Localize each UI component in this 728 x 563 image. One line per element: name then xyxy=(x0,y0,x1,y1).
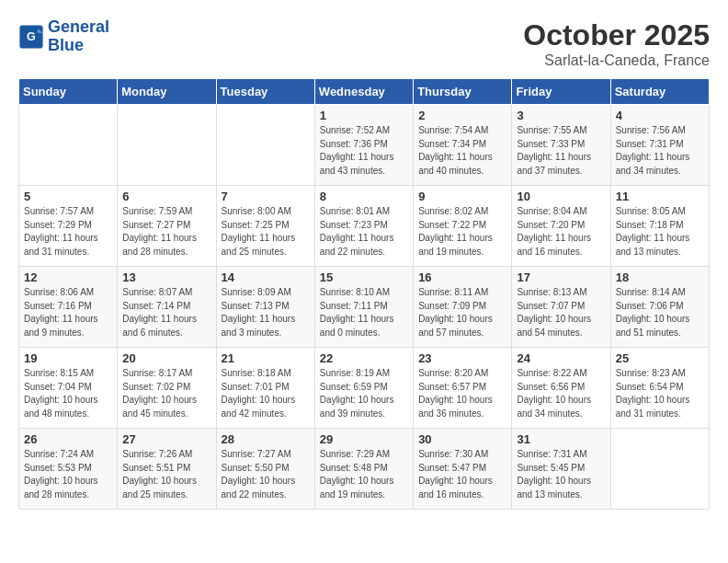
calendar-cell: 14Sunrise: 8:09 AM Sunset: 7:13 PM Dayli… xyxy=(216,267,314,348)
day-number: 7 xyxy=(222,190,310,203)
day-number: 24 xyxy=(517,351,605,365)
day-info: Sunrise: 8:18 AM Sunset: 7:01 PM Dayligh… xyxy=(222,367,310,420)
day-info: Sunrise: 8:10 AM Sunset: 7:11 PM Dayligh… xyxy=(320,286,408,339)
calendar-cell: 19Sunrise: 8:15 AM Sunset: 7:04 PM Dayli… xyxy=(19,348,118,429)
day-info: Sunrise: 8:07 AM Sunset: 7:14 PM Dayligh… xyxy=(122,286,210,339)
day-number: 23 xyxy=(418,351,506,365)
calendar-cell: 18Sunrise: 8:14 AM Sunset: 7:06 PM Dayli… xyxy=(610,267,709,348)
day-number: 8 xyxy=(320,190,408,203)
calendar-cell: 20Sunrise: 8:17 AM Sunset: 7:02 PM Dayli… xyxy=(118,348,216,429)
calendar-table: SundayMondayTuesdayWednesdayThursdayFrid… xyxy=(18,78,710,510)
day-info: Sunrise: 7:55 AM Sunset: 7:33 PM Dayligh… xyxy=(517,124,605,178)
day-number: 28 xyxy=(222,432,310,446)
day-info: Sunrise: 7:59 AM Sunset: 7:27 PM Dayligh… xyxy=(122,205,210,259)
day-number: 16 xyxy=(418,270,506,284)
calendar-cell: 8Sunrise: 8:01 AM Sunset: 7:23 PM Daylig… xyxy=(314,186,413,267)
calendar-cell: 7Sunrise: 8:00 AM Sunset: 7:25 PM Daylig… xyxy=(216,186,314,267)
calendar-cell: 23Sunrise: 8:20 AM Sunset: 6:57 PM Dayli… xyxy=(414,348,512,429)
day-number: 4 xyxy=(616,109,704,122)
day-info: Sunrise: 7:27 AM Sunset: 5:50 PM Dayligh… xyxy=(222,448,310,501)
day-number: 17 xyxy=(517,270,605,284)
calendar-cell xyxy=(118,105,216,186)
logo: G General Blue xyxy=(18,18,109,55)
calendar-cell: 29Sunrise: 7:29 AM Sunset: 5:48 PM Dayli… xyxy=(314,429,413,510)
day-number: 5 xyxy=(24,190,112,203)
day-info: Sunrise: 7:31 AM Sunset: 5:45 PM Dayligh… xyxy=(517,448,605,501)
calendar-cell: 1Sunrise: 7:52 AM Sunset: 7:36 PM Daylig… xyxy=(314,105,413,186)
logo-icon: G xyxy=(18,24,44,50)
day-info: Sunrise: 8:17 AM Sunset: 7:02 PM Dayligh… xyxy=(122,367,210,420)
day-info: Sunrise: 8:05 AM Sunset: 7:18 PM Dayligh… xyxy=(616,205,704,259)
svg-text:G: G xyxy=(27,30,36,43)
calendar-week-2: 5Sunrise: 7:57 AM Sunset: 7:29 PM Daylig… xyxy=(19,186,710,267)
logo-text: General Blue xyxy=(48,18,109,55)
calendar-header: SundayMondayTuesdayWednesdayThursdayFrid… xyxy=(19,79,710,105)
day-info: Sunrise: 8:00 AM Sunset: 7:25 PM Dayligh… xyxy=(222,205,310,259)
header-day-monday: Monday xyxy=(118,79,216,105)
day-number: 21 xyxy=(222,351,310,365)
day-info: Sunrise: 8:15 AM Sunset: 7:04 PM Dayligh… xyxy=(24,367,112,420)
day-info: Sunrise: 8:01 AM Sunset: 7:23 PM Dayligh… xyxy=(320,205,408,259)
calendar-cell: 13Sunrise: 8:07 AM Sunset: 7:14 PM Dayli… xyxy=(118,267,216,348)
calendar-cell: 27Sunrise: 7:26 AM Sunset: 5:51 PM Dayli… xyxy=(118,429,216,510)
day-info: Sunrise: 8:19 AM Sunset: 6:59 PM Dayligh… xyxy=(320,367,408,420)
day-info: Sunrise: 7:54 AM Sunset: 7:34 PM Dayligh… xyxy=(418,124,506,178)
calendar-cell: 31Sunrise: 7:31 AM Sunset: 5:45 PM Dayli… xyxy=(512,429,610,510)
day-number: 18 xyxy=(616,270,704,284)
day-info: Sunrise: 7:30 AM Sunset: 5:47 PM Dayligh… xyxy=(418,448,506,501)
day-number: 10 xyxy=(517,190,605,203)
calendar-cell: 6Sunrise: 7:59 AM Sunset: 7:27 PM Daylig… xyxy=(118,186,216,267)
calendar-cell: 17Sunrise: 8:13 AM Sunset: 7:07 PM Dayli… xyxy=(512,267,610,348)
calendar-week-1: 1Sunrise: 7:52 AM Sunset: 7:36 PM Daylig… xyxy=(19,105,710,186)
calendar-cell xyxy=(216,105,314,186)
day-number: 1 xyxy=(320,109,408,122)
day-number: 30 xyxy=(418,432,506,446)
day-number: 11 xyxy=(616,190,704,203)
day-number: 13 xyxy=(122,270,210,284)
calendar-week-4: 19Sunrise: 8:15 AM Sunset: 7:04 PM Dayli… xyxy=(19,348,710,429)
header-day-sunday: Sunday xyxy=(19,79,118,105)
calendar-cell: 9Sunrise: 8:02 AM Sunset: 7:22 PM Daylig… xyxy=(414,186,512,267)
calendar-cell: 10Sunrise: 8:04 AM Sunset: 7:20 PM Dayli… xyxy=(512,186,610,267)
day-number: 19 xyxy=(24,351,112,365)
calendar-week-5: 26Sunrise: 7:24 AM Sunset: 5:53 PM Dayli… xyxy=(19,429,710,510)
day-info: Sunrise: 8:09 AM Sunset: 7:13 PM Dayligh… xyxy=(222,286,310,339)
location: Sarlat-la-Caneda, France xyxy=(523,52,710,69)
day-info: Sunrise: 7:26 AM Sunset: 5:51 PM Dayligh… xyxy=(122,448,210,501)
day-number: 22 xyxy=(320,351,408,365)
day-info: Sunrise: 8:06 AM Sunset: 7:16 PM Dayligh… xyxy=(24,286,112,339)
day-number: 27 xyxy=(122,432,210,446)
day-info: Sunrise: 8:22 AM Sunset: 6:56 PM Dayligh… xyxy=(517,367,605,420)
day-info: Sunrise: 7:24 AM Sunset: 5:53 PM Dayligh… xyxy=(24,448,112,501)
calendar-cell: 15Sunrise: 8:10 AM Sunset: 7:11 PM Dayli… xyxy=(314,267,413,348)
page-header: G General Blue October 2025 Sarlat-la-Ca… xyxy=(18,18,710,69)
day-info: Sunrise: 7:29 AM Sunset: 5:48 PM Dayligh… xyxy=(320,448,408,501)
calendar-body: 1Sunrise: 7:52 AM Sunset: 7:36 PM Daylig… xyxy=(19,105,710,510)
day-number: 26 xyxy=(24,432,112,446)
calendar-cell: 3Sunrise: 7:55 AM Sunset: 7:33 PM Daylig… xyxy=(512,105,610,186)
calendar-cell: 22Sunrise: 8:19 AM Sunset: 6:59 PM Dayli… xyxy=(314,348,413,429)
day-info: Sunrise: 8:04 AM Sunset: 7:20 PM Dayligh… xyxy=(517,205,605,259)
day-info: Sunrise: 8:13 AM Sunset: 7:07 PM Dayligh… xyxy=(517,286,605,339)
day-number: 14 xyxy=(222,270,310,284)
day-info: Sunrise: 8:11 AM Sunset: 7:09 PM Dayligh… xyxy=(418,286,506,339)
day-info: Sunrise: 8:14 AM Sunset: 7:06 PM Dayligh… xyxy=(616,286,704,339)
header-day-friday: Friday xyxy=(512,79,610,105)
calendar-cell: 21Sunrise: 8:18 AM Sunset: 7:01 PM Dayli… xyxy=(216,348,314,429)
calendar-cell: 11Sunrise: 8:05 AM Sunset: 7:18 PM Dayli… xyxy=(610,186,709,267)
day-info: Sunrise: 7:52 AM Sunset: 7:36 PM Dayligh… xyxy=(320,124,408,178)
title-block: October 2025 Sarlat-la-Caneda, France xyxy=(523,18,710,69)
header-row: SundayMondayTuesdayWednesdayThursdayFrid… xyxy=(19,79,710,105)
calendar-cell xyxy=(19,105,118,186)
header-day-thursday: Thursday xyxy=(414,79,512,105)
calendar-cell: 26Sunrise: 7:24 AM Sunset: 5:53 PM Dayli… xyxy=(19,429,118,510)
day-info: Sunrise: 7:57 AM Sunset: 7:29 PM Dayligh… xyxy=(24,205,112,259)
calendar-cell: 5Sunrise: 7:57 AM Sunset: 7:29 PM Daylig… xyxy=(19,186,118,267)
calendar-cell: 12Sunrise: 8:06 AM Sunset: 7:16 PM Dayli… xyxy=(19,267,118,348)
header-day-saturday: Saturday xyxy=(610,79,709,105)
day-number: 29 xyxy=(320,432,408,446)
day-info: Sunrise: 8:20 AM Sunset: 6:57 PM Dayligh… xyxy=(418,367,506,420)
day-info: Sunrise: 7:56 AM Sunset: 7:31 PM Dayligh… xyxy=(616,124,704,178)
header-day-wednesday: Wednesday xyxy=(314,79,413,105)
month-title: October 2025 xyxy=(523,18,710,52)
